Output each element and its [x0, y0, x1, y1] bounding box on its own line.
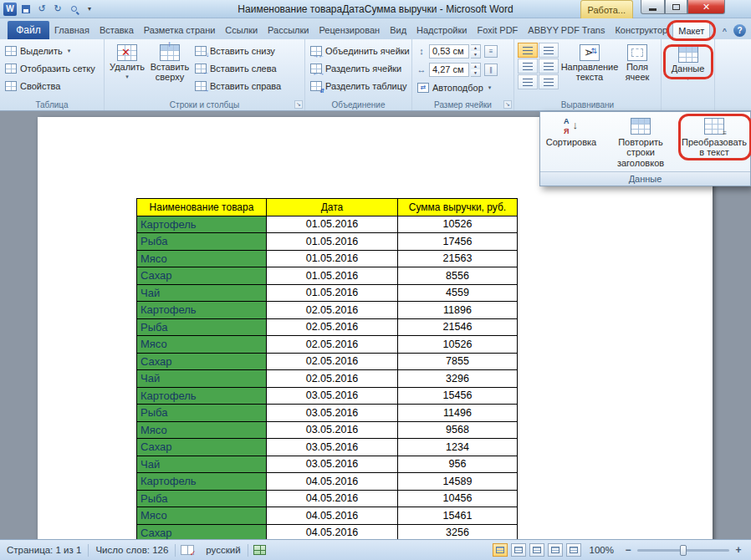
zoom-level[interactable]: 100% [585, 545, 619, 555]
align-top-left-button[interactable] [518, 43, 538, 58]
view-print-layout-button[interactable] [493, 543, 508, 557]
maximize-button[interactable] [665, 0, 687, 14]
ribbon-tab[interactable]: Рецензирован [314, 21, 385, 39]
language-indicator[interactable]: русский [199, 545, 247, 555]
qat-menu-button[interactable] [83, 3, 96, 16]
ribbon-tab[interactable]: Вставка [95, 21, 139, 39]
minimize-button[interactable] [641, 0, 665, 14]
column-width-input[interactable] [429, 63, 469, 77]
word-count[interactable]: Число слов: 126 [89, 545, 175, 555]
ribbon-group-table: Выделить Отобразить сетку Свойства Табли… [0, 39, 105, 110]
merge-cells-button[interactable]: Объединить ячейки [309, 43, 408, 59]
text-direction-label: Направление текста [561, 63, 619, 83]
sort-button[interactable]: Сортировка [542, 116, 600, 149]
split-cells-button[interactable]: Разделить ячейки [309, 60, 408, 76]
quick-access-toolbar [3, 3, 96, 16]
page-indicator[interactable]: Страница: 1 из 1 [0, 545, 88, 555]
column-width-spinner[interactable] [471, 63, 481, 77]
letter-a-icon [564, 117, 570, 125]
ribbon-tab[interactable]: Разметка страни [139, 21, 221, 39]
select-table-button[interactable]: Выделить [3, 43, 100, 59]
find-button[interactable] [67, 3, 80, 16]
align-top-center-button[interactable] [539, 43, 559, 58]
help-button[interactable] [733, 24, 746, 37]
spinner-down-icon[interactable] [471, 51, 480, 58]
align-center-button[interactable] [539, 59, 559, 74]
text-direction-icon [580, 44, 600, 61]
insert-left-button[interactable]: Вставить слева [193, 60, 283, 76]
spinner-up-icon[interactable] [471, 45, 480, 52]
ribbon-tab[interactable]: Вид [385, 21, 411, 39]
date-cell: 01.05.2016 [267, 267, 398, 285]
zoom-slider-thumb[interactable] [680, 545, 687, 556]
ribbon-tab[interactable]: ABBYY PDF Trans [523, 21, 610, 39]
redo-button[interactable] [51, 3, 64, 16]
cell-alignment-grid [518, 43, 559, 89]
header-product: Наименование товара [137, 199, 267, 216]
web-layout-icon [533, 547, 541, 553]
ribbon-tab[interactable]: Рассылки [263, 21, 314, 39]
split-table-button[interactable]: Разделить таблицу [309, 78, 408, 94]
undo-button[interactable] [35, 3, 49, 16]
ribbon-tab[interactable]: Ссылки [220, 21, 263, 39]
spell-check-icon[interactable] [181, 545, 194, 555]
autofit-button[interactable]: Автоподбор [416, 79, 510, 95]
data-group-button[interactable]: Данные [666, 44, 711, 83]
distribute-columns-button[interactable] [484, 64, 498, 76]
maximize-icon [672, 4, 680, 10]
table-row: Рыба03.05.201611496 [137, 405, 518, 422]
date-cell: 02.05.2016 [267, 318, 398, 336]
table-indicator-icon[interactable] [253, 545, 266, 555]
view-fullscreen-button[interactable] [511, 543, 526, 557]
insert-above-button[interactable]: Вставить сверху [148, 43, 192, 84]
ribbon-tab[interactable]: Макет [672, 21, 710, 39]
table-properties-button[interactable]: Свойства [3, 78, 100, 94]
spinner-down-icon[interactable] [471, 69, 480, 76]
date-cell: 04.05.2016 [267, 524, 398, 539]
view-draft-button[interactable] [566, 543, 581, 557]
data-group-popup: Сортировка Повторить строки заголовков П… [539, 111, 751, 186]
insert-right-button[interactable]: Вставить справа [193, 78, 283, 94]
convert-to-text-button[interactable]: Преобразовать в текст [681, 116, 748, 160]
ribbon-tab[interactable]: Конструктор [610, 21, 672, 39]
align-bottom-left-button[interactable] [518, 74, 538, 89]
group-label-alignment: Выравнивани [514, 100, 661, 109]
document-table[interactable]: Наименование товара Дата Сумма выручки, … [136, 198, 518, 539]
repeat-header-rows-button[interactable]: Повторить строки заголовков [600, 116, 681, 170]
row-height-input[interactable] [429, 44, 469, 59]
show-gridlines-button[interactable]: Отобразить сетку [3, 60, 100, 76]
tab-file[interactable]: Файл [8, 21, 49, 39]
align-center-left-button[interactable] [518, 59, 538, 74]
product-cell: Мясо [137, 507, 267, 525]
product-cell: Чай [137, 284, 267, 302]
view-outline-button[interactable] [548, 543, 563, 557]
left-arrow-icon [202, 69, 209, 76]
product-cell: Рыба [137, 490, 267, 507]
table-row: Чай02.05.20163296 [137, 370, 518, 388]
collapse-ribbon-chevron[interactable] [723, 27, 727, 35]
select-table-label: Выделить [20, 46, 63, 56]
table-row: Рыба02.05.201621546 [137, 318, 518, 336]
table-row: Картофель04.05.201614589 [137, 473, 518, 491]
ribbon-tab[interactable]: Foxit PDF [472, 21, 523, 39]
zoom-in-button[interactable] [733, 544, 744, 556]
split-cells-icon [310, 64, 322, 74]
distribute-rows-button[interactable] [484, 45, 498, 58]
cell-margins-button[interactable]: Поля ячеек [617, 43, 657, 84]
zoom-out-button[interactable] [622, 544, 634, 556]
align-bottom-center-button[interactable] [539, 74, 559, 89]
contextual-tab-group-label[interactable]: Работа... [580, 0, 633, 18]
close-button[interactable] [687, 0, 725, 14]
ribbon-tab[interactable]: Главная [49, 21, 95, 39]
text-direction-button[interactable]: Направление текста [564, 43, 616, 84]
view-web-layout-button[interactable] [529, 543, 544, 557]
spinner-up-icon[interactable] [471, 64, 480, 70]
insert-below-button[interactable]: Вставить снизу [193, 43, 283, 59]
delete-button[interactable]: Удалить [108, 43, 146, 81]
ribbon-tab[interactable]: Надстройки [411, 21, 472, 39]
red-x-icon [121, 47, 130, 58]
product-cell: Сахар [137, 353, 267, 370]
row-height-spinner[interactable] [471, 44, 481, 59]
save-button[interactable] [19, 3, 33, 16]
zoom-slider[interactable] [637, 549, 729, 552]
